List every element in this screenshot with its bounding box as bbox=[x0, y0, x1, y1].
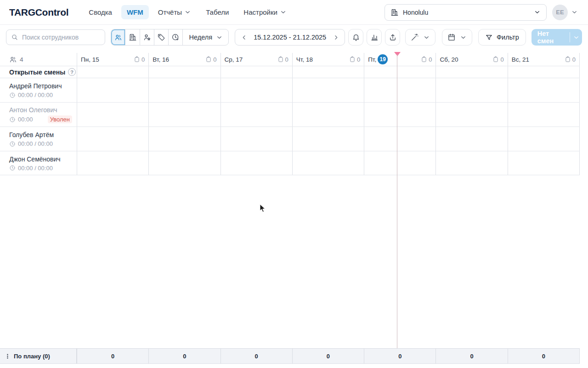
date-range-label[interactable]: 15.12.2025 - 21.12.2025 bbox=[250, 34, 330, 41]
user-menu[interactable]: EE bbox=[552, 5, 578, 20]
employee-row: Андрей Петрович00:00 / 00:00 bbox=[0, 78, 580, 102]
day-header-row: 4 Пн, 150Вт, 160Ср, 170Чт, 180Пт,190Сб, … bbox=[0, 53, 580, 66]
shift-cell-6[interactable] bbox=[508, 151, 580, 175]
upload-icon bbox=[389, 33, 397, 41]
summary-cell-2: 0 bbox=[220, 349, 292, 363]
period-select[interactable]: Неделя bbox=[183, 29, 229, 45]
shift-cell-4[interactable] bbox=[364, 151, 435, 175]
notifications-button[interactable] bbox=[348, 29, 363, 46]
shift-cell-2[interactable] bbox=[220, 103, 292, 126]
view-mode-departments-button[interactable] bbox=[125, 29, 140, 45]
employee-row: Джон Семёнович00:00 / 00:00 bbox=[0, 151, 580, 175]
chevron-down-icon[interactable] bbox=[570, 29, 582, 46]
shift-cell-0[interactable] bbox=[77, 151, 148, 175]
employee-info[interactable]: Голубев Артём00:00 / 00:00 bbox=[0, 127, 77, 151]
statistics-button[interactable] bbox=[367, 29, 382, 46]
view-mode-time-check-button[interactable] bbox=[169, 29, 183, 45]
help-icon[interactable]: ? bbox=[68, 68, 76, 76]
search-input[interactable] bbox=[22, 34, 100, 41]
shift-cell-0[interactable] bbox=[77, 103, 148, 126]
calendar-dropdown[interactable] bbox=[442, 29, 472, 46]
shift-cell-5[interactable] bbox=[435, 151, 507, 175]
day-shift-count: 0 bbox=[421, 56, 432, 63]
clock-icon bbox=[9, 165, 16, 171]
shift-cell-3[interactable] bbox=[292, 103, 364, 126]
chevron-down-icon bbox=[460, 34, 467, 41]
employee-info[interactable]: Антон Олегович00:00Уволен bbox=[0, 103, 77, 126]
view-mode-tags-button[interactable] bbox=[154, 29, 169, 45]
day-header-3: Чт, 180 bbox=[292, 53, 364, 66]
shift-cell-1[interactable] bbox=[148, 103, 220, 126]
view-mode-employees-button[interactable] bbox=[111, 29, 125, 45]
open-shift-cell-1[interactable] bbox=[148, 66, 220, 78]
shifts-bag-icon bbox=[134, 56, 140, 63]
open-shift-cell-6[interactable] bbox=[508, 66, 580, 78]
shift-cell-1[interactable] bbox=[148, 78, 220, 102]
toolbar-right: Фильтр Нет смен bbox=[345, 29, 582, 46]
export-button[interactable] bbox=[385, 29, 400, 46]
shift-cell-5[interactable] bbox=[435, 103, 507, 126]
nav-item-label: Отчёты bbox=[158, 8, 182, 16]
shift-cell-4[interactable] bbox=[364, 78, 435, 102]
shift-cell-3[interactable] bbox=[292, 78, 364, 102]
summary-cell-4: 0 bbox=[364, 349, 435, 363]
day-label: Вт, 16 bbox=[153, 56, 169, 63]
employee-name: Андрей Петрович bbox=[9, 82, 62, 90]
chevron-down-icon[interactable] bbox=[571, 9, 578, 16]
shift-cell-5[interactable] bbox=[435, 78, 507, 102]
open-shift-cell-2[interactable] bbox=[220, 66, 292, 78]
no-shifts-label[interactable]: Нет смен bbox=[531, 29, 570, 46]
shift-cell-6[interactable] bbox=[508, 78, 580, 102]
shift-cell-6[interactable] bbox=[508, 127, 580, 151]
shift-cell-2[interactable] bbox=[220, 127, 292, 151]
shift-cell-2[interactable] bbox=[220, 78, 292, 102]
auto-schedule-dropdown[interactable] bbox=[405, 29, 435, 46]
nav-item-3[interactable]: Табели bbox=[200, 5, 234, 19]
open-shift-cell-5[interactable] bbox=[435, 66, 507, 78]
wfm-app: TARGControl СводкаWFMОтчётыТабелиНастрой… bbox=[0, 0, 588, 368]
shift-cell-2[interactable] bbox=[220, 151, 292, 175]
kebab-menu-icon[interactable] bbox=[5, 353, 11, 360]
employee-info[interactable]: Джон Семёнович00:00 / 00:00 bbox=[0, 151, 77, 175]
shift-cell-1[interactable] bbox=[148, 127, 220, 151]
app-logo: TARGControl bbox=[9, 7, 68, 18]
open-shifts-header: Открытые смены ? bbox=[0, 66, 77, 78]
nav-item-4[interactable]: Настройки bbox=[238, 5, 292, 19]
location-select[interactable]: Honolulu bbox=[384, 4, 547, 21]
filter-button[interactable]: Фильтр bbox=[478, 29, 526, 46]
no-shifts-split-button[interactable]: Нет смен bbox=[531, 29, 582, 46]
shift-cell-5[interactable] bbox=[435, 127, 507, 151]
shift-cell-3[interactable] bbox=[292, 127, 364, 151]
shifts-bag-icon bbox=[565, 56, 571, 63]
open-shift-cell-4[interactable] bbox=[364, 66, 435, 78]
avatar[interactable]: EE bbox=[552, 5, 568, 20]
employee-info[interactable]: Андрей Петрович00:00 / 00:00 bbox=[0, 78, 77, 102]
nav-item-1[interactable]: WFM bbox=[121, 5, 149, 19]
summary-value: 0 bbox=[470, 353, 473, 360]
summary-header[interactable]: По плану (0) bbox=[0, 349, 77, 363]
chevron-down-icon bbox=[423, 34, 430, 41]
nav-item-0[interactable]: Сводка bbox=[83, 5, 118, 19]
summary-cell-1: 0 bbox=[148, 349, 220, 363]
prev-week-button[interactable] bbox=[238, 30, 250, 44]
employee-search[interactable] bbox=[6, 29, 105, 45]
open-shift-cell-0[interactable] bbox=[77, 66, 148, 78]
shift-cell-4[interactable] bbox=[364, 127, 435, 151]
shift-cell-1[interactable] bbox=[148, 151, 220, 175]
period-label: Неделя bbox=[189, 34, 213, 41]
nav-item-2[interactable]: Отчёты bbox=[153, 5, 197, 19]
employee-hours: 00:00 / 00:00 bbox=[9, 165, 53, 172]
shift-cell-0[interactable] bbox=[77, 127, 148, 151]
summary-cell-6: 0 bbox=[508, 349, 580, 363]
view-mode-employee-star-button[interactable] bbox=[140, 29, 154, 45]
shift-cell-4[interactable] bbox=[364, 103, 435, 126]
summary-cell-5: 0 bbox=[435, 349, 507, 363]
open-shift-cell-3[interactable] bbox=[292, 66, 364, 78]
shift-cell-3[interactable] bbox=[292, 151, 364, 175]
summary-value: 0 bbox=[398, 353, 401, 360]
bar-chart-icon bbox=[370, 33, 379, 41]
shift-cell-0[interactable] bbox=[77, 78, 148, 102]
schedule-grid: 4 Пн, 150Вт, 160Ср, 170Чт, 180Пт,190Сб, … bbox=[0, 53, 588, 175]
next-week-button[interactable] bbox=[330, 30, 342, 44]
shift-cell-6[interactable] bbox=[508, 103, 580, 126]
